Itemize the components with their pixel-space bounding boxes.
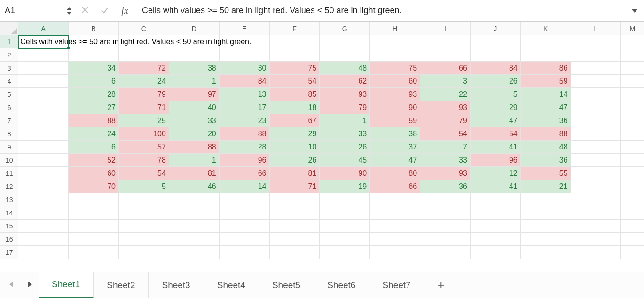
cell-J3[interactable]: 84 [470,62,520,75]
cell-I4[interactable]: 3 [420,75,471,88]
column-header-J[interactable]: J [470,22,520,35]
column-header-I[interactable]: I [420,22,471,35]
cell-G11[interactable]: 90 [320,167,370,180]
fx-label[interactable]: fx [115,0,135,21]
cell-E8[interactable]: 88 [219,127,269,141]
cell-H9[interactable]: 37 [370,141,420,154]
cell-C17[interactable] [118,246,169,259]
cell-L12[interactable] [571,180,621,193]
sheet-tab-sheet7[interactable]: Sheet7 [369,272,424,298]
cell-B16[interactable] [69,233,119,246]
cell-I13[interactable] [420,193,471,206]
sheet-tab-sheet2[interactable]: Sheet2 [94,272,149,298]
cell-I5[interactable]: 22 [420,88,471,101]
cell-D2[interactable] [169,48,219,62]
column-header-G[interactable]: G [320,22,370,35]
cell-G1[interactable] [320,35,370,48]
name-box-steppers[interactable] [66,7,72,15]
cell-K15[interactable] [520,220,571,233]
cell-A3[interactable] [18,62,69,75]
row-header-4[interactable]: 4 [0,75,18,88]
cell-C8[interactable]: 100 [118,127,169,141]
cell-F7[interactable]: 67 [269,114,320,127]
cell-D5[interactable]: 97 [169,88,219,101]
cell-E9[interactable]: 28 [219,141,269,154]
cell-M14[interactable] [621,206,644,220]
cell-J11[interactable]: 12 [470,167,520,180]
add-sheet-button[interactable]: + [424,272,458,298]
formula-input[interactable]: Cells with values >= 50 are in light red… [135,0,625,21]
cell-I7[interactable]: 79 [420,114,471,127]
cell-D9[interactable]: 88 [169,141,219,154]
cell-F1[interactable] [269,35,320,48]
cell-A4[interactable] [18,75,69,88]
cell-L2[interactable] [571,48,621,62]
cell-J12[interactable]: 41 [470,180,520,193]
row-header-1[interactable]: 1 [0,35,18,48]
cell-F10[interactable]: 26 [269,154,320,167]
cell-E2[interactable] [219,48,269,62]
cell-F6[interactable]: 18 [269,101,320,114]
cell-F13[interactable] [269,193,320,206]
cell-B5[interactable]: 28 [69,88,119,101]
row-header-3[interactable]: 3 [0,62,18,75]
cell-J2[interactable] [470,48,520,62]
cell-L13[interactable] [571,193,621,206]
cell-F11[interactable]: 81 [269,167,320,180]
sheet-tab-sheet6[interactable]: Sheet6 [314,272,369,298]
cell-B14[interactable] [69,206,119,220]
cell-E14[interactable] [219,206,269,220]
cell-A12[interactable] [18,180,69,193]
cell-H15[interactable] [370,220,420,233]
column-header-A[interactable]: A [18,22,69,35]
cell-L1[interactable] [571,35,621,48]
cell-I11[interactable]: 93 [420,167,471,180]
cell-J13[interactable] [470,193,520,206]
cell-B6[interactable]: 27 [69,101,119,114]
cell-M9[interactable] [621,141,644,154]
cell-L15[interactable] [571,220,621,233]
cell-E5[interactable]: 13 [219,88,269,101]
cell-G10[interactable]: 45 [320,154,370,167]
cell-F9[interactable]: 10 [269,141,320,154]
column-header-L[interactable]: L [571,22,621,35]
cell-F17[interactable] [269,246,320,259]
cancel-button[interactable] [75,0,95,22]
cell-H10[interactable]: 47 [370,154,420,167]
cell-L14[interactable] [571,206,621,220]
cell-K17[interactable] [520,246,571,259]
cell-E15[interactable] [219,220,269,233]
cell-H4[interactable]: 60 [370,75,420,88]
cell-G3[interactable]: 48 [320,62,370,75]
cell-G6[interactable]: 79 [320,101,370,114]
cell-C11[interactable]: 54 [118,167,169,180]
cell-D4[interactable]: 1 [169,75,219,88]
cell-G8[interactable]: 33 [320,127,370,141]
cell-E4[interactable]: 84 [219,75,269,88]
cell-B9[interactable]: 6 [69,141,119,154]
cell-M5[interactable] [621,88,644,101]
cell-B1[interactable] [69,35,119,48]
column-header-E[interactable]: E [219,22,269,35]
cell-J17[interactable] [470,246,520,259]
cell-F5[interactable]: 85 [269,88,320,101]
cell-L11[interactable] [571,167,621,180]
cell-K2[interactable] [520,48,571,62]
cell-D15[interactable] [169,220,219,233]
cell-H6[interactable]: 90 [370,101,420,114]
cell-A5[interactable] [18,88,69,101]
column-header-D[interactable]: D [169,22,219,35]
cell-J6[interactable]: 29 [470,101,520,114]
sheet-tab-sheet1[interactable]: Sheet1 [39,272,94,298]
cell-M4[interactable] [621,75,644,88]
column-header-B[interactable]: B [69,22,119,35]
row-header-9[interactable]: 9 [0,141,18,154]
cell-B3[interactable]: 34 [69,62,119,75]
cell-B2[interactable] [69,48,119,62]
cell-J9[interactable]: 41 [470,141,520,154]
cell-L8[interactable] [571,127,621,141]
row-header-8[interactable]: 8 [0,127,18,141]
cell-I2[interactable] [420,48,471,62]
cell-F4[interactable]: 54 [269,75,320,88]
cell-C16[interactable] [118,233,169,246]
